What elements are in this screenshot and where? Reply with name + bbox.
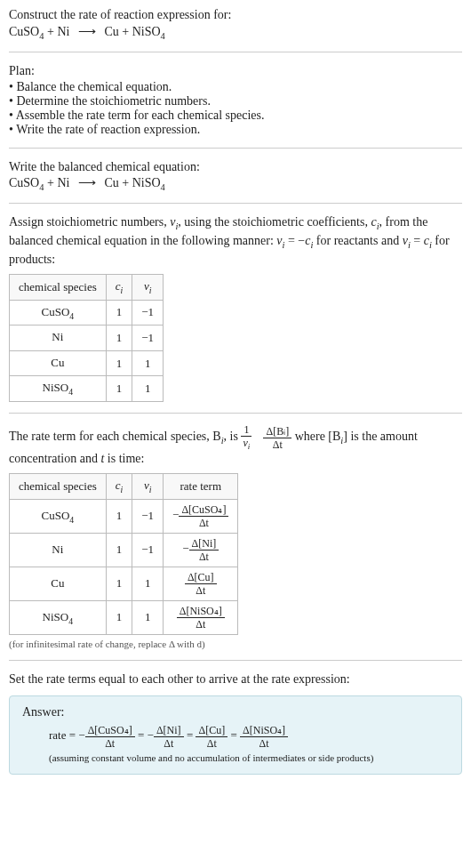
plus: +: [47, 176, 57, 189]
cell-c: 1: [106, 350, 132, 376]
species-text: NiSO: [132, 176, 161, 189]
cell-species: CuSO4: [10, 300, 107, 326]
col-species: chemical species: [10, 474, 107, 500]
reactant-1: CuSO4: [9, 25, 44, 38]
frac-num: Δ[NiSO₄]: [177, 606, 225, 618]
rate-frac: Δ[Ni]Δt: [154, 725, 184, 749]
rate-frac: Δ[Ni]Δt: [189, 538, 220, 562]
cell-nu: −1: [132, 300, 164, 326]
product-2: NiSO4: [132, 176, 165, 189]
species-text: CuSO: [9, 176, 39, 189]
t: is time:: [104, 452, 144, 465]
frac-den: Δt: [196, 737, 228, 749]
cell-species: CuSO4: [10, 499, 107, 533]
cell-nu: 1: [132, 600, 164, 634]
frac-num: Δ[Cu]: [196, 725, 228, 737]
t: =: [411, 234, 424, 247]
t: Cu: [51, 576, 64, 590]
cell-nu: 1: [132, 567, 164, 600]
t: , using the stoichiometric coefficients,: [178, 215, 371, 229]
table-row: Cu11: [10, 350, 164, 376]
infinitesimal-note: (for infinitesimal rate of change, repla…: [9, 639, 462, 649]
cell-nu: −1: [132, 499, 164, 533]
cell-nu: −1: [132, 326, 164, 351]
t: Cu: [51, 356, 64, 369]
plan-item: Balance the chemical equation.: [9, 80, 462, 94]
table-row: Ni1−1−Δ[Ni]Δt: [10, 533, 238, 567]
frac-num: Δ[CuSO₄]: [85, 725, 135, 737]
cell-c: 1: [106, 600, 132, 634]
plan-item: Write the rate of reaction expression.: [9, 123, 462, 137]
frac-num: Δ[Bᵢ]: [263, 426, 291, 438]
c-var: ci: [371, 215, 379, 229]
rate-frac: Δ[NiSO₄]Δt: [177, 606, 225, 630]
prompt-text: Construct the rate of reaction expressio…: [9, 7, 462, 24]
t: CuSO: [42, 509, 70, 522]
cell-nu: 1: [132, 350, 164, 376]
frac-den: νi: [241, 437, 251, 451]
plus: +: [122, 176, 132, 189]
balanced-block: Write the balanced chemical equation: Cu…: [9, 159, 462, 193]
divider: [9, 203, 462, 204]
rate-lhs: rate =: [49, 728, 78, 742]
plan-list: Balance the chemical equation. Determine…: [9, 80, 462, 137]
reactant-1: CuSO4: [9, 176, 44, 189]
frac-den: Δt: [177, 618, 225, 630]
answer-box: Answer: rate = −Δ[CuSO₄]Δt = −Δ[Ni]Δt = …: [9, 695, 462, 775]
assumption-note: (assuming constant volume and no accumul…: [49, 752, 449, 763]
rate-expression: rate = −Δ[CuSO₄]Δt = −Δ[Ni]Δt = Δ[Cu]Δt …: [49, 725, 449, 749]
arrow-icon: ⟶: [78, 25, 96, 38]
neg: −: [172, 508, 179, 521]
header-block: Construct the rate of reaction expressio…: [9, 7, 462, 41]
cell-rate: Δ[Cu]Δt: [164, 567, 238, 600]
col-species: chemical species: [10, 275, 107, 301]
table-row: CuSO41−1−Δ[CuSO₄]Δt: [10, 499, 238, 533]
rateterm-text: The rate term for each chemical species,…: [9, 424, 462, 468]
plus: +: [47, 25, 57, 38]
frac-den: Δt: [179, 517, 228, 528]
divider: [9, 413, 462, 414]
rel: ci: [305, 234, 313, 247]
equation-unbalanced: CuSO4 + Ni ⟶ Cu + NiSO4: [9, 24, 462, 41]
rate-frac: Δ[NiSO₄]Δt: [240, 725, 288, 749]
plan-item: Assemble the rate term for each chemical…: [9, 108, 462, 123]
eq: =: [138, 728, 148, 742]
table-row: Ni1−1: [10, 326, 164, 351]
cell-rate: −Δ[CuSO₄]Δt: [164, 499, 238, 533]
t: , is: [224, 430, 242, 443]
cell-c: 1: [106, 376, 132, 402]
species-sub: 4: [161, 182, 165, 192]
species-text: NiSO: [132, 25, 161, 38]
t: 4: [69, 310, 74, 320]
cell-species: Ni: [10, 533, 107, 567]
col-c: ci: [106, 474, 132, 500]
product-1: Cu: [104, 25, 118, 38]
t: NiSO: [43, 381, 69, 394]
rate-frac: Δ[Cu]Δt: [185, 572, 217, 596]
divider: [9, 660, 462, 661]
frac-num: Δ[NiSO₄]: [240, 725, 288, 737]
species-sub: 4: [161, 31, 165, 41]
plan-block: Plan: Balance the chemical equation. Det…: [9, 63, 462, 137]
answer-label: Answer:: [22, 705, 449, 719]
stoich-table: chemical species ci νi CuSO41−1 Ni1−1 Cu…: [9, 274, 164, 402]
rate-table: chemical species ci νi rate term CuSO41−…: [9, 473, 238, 635]
cell-species: Cu: [10, 567, 107, 600]
table-header-row: chemical species ci νi rate term: [10, 474, 238, 500]
plus: +: [122, 25, 132, 38]
t: NiSO: [43, 610, 69, 623]
frac-num: Δ[Ni]: [189, 538, 220, 551]
t: Assign stoichiometric numbers,: [9, 215, 170, 229]
cell-rate: Δ[NiSO₄]Δt: [164, 600, 238, 634]
rateterm-block: The rate term for each chemical species,…: [9, 424, 462, 649]
assign-text: Assign stoichiometric numbers, νi, using…: [9, 214, 462, 269]
divider: [9, 148, 462, 149]
frac-num: Δ[Cu]: [185, 572, 217, 584]
reactant-2: Ni: [57, 25, 69, 38]
col-c: ci: [106, 275, 132, 301]
frac-den: Δt: [154, 737, 184, 749]
frac-num: Δ[CuSO₄]: [179, 504, 228, 517]
cell-species: NiSO4: [10, 600, 107, 634]
reactant-2: Ni: [57, 176, 69, 189]
balanced-title: Write the balanced chemical equation:: [9, 159, 462, 176]
